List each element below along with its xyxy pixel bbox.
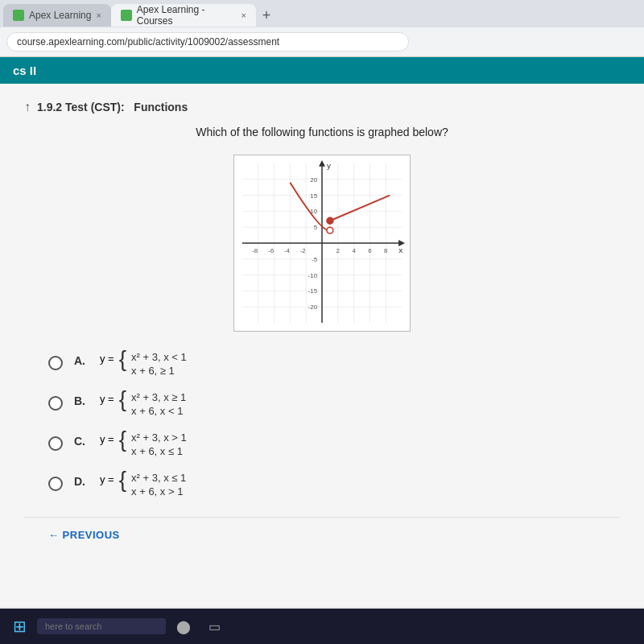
test-icon: ↑ (24, 100, 31, 114)
answer-label-a: A. (74, 354, 85, 367)
answer-label-b: B. (74, 394, 85, 407)
radio-b[interactable] (48, 396, 63, 411)
address-input[interactable]: course.apexlearning.com/public/activity/… (6, 32, 409, 52)
graph-svg: y x -8 -6 -4 -2 2 4 6 8 20 15 10 5 -5 -1… (234, 155, 410, 331)
tab-apex-learning-courses[interactable]: Apex Learning - Courses × (111, 4, 256, 27)
answer-choice-d[interactable]: D. y = { x² + 3, x ≤ 1 x + 6, x > 1 (48, 472, 596, 497)
tab-label-2: Apex Learning - Courses (137, 4, 237, 27)
page-header: cs II (0, 57, 644, 84)
svg-text:-5: -5 (312, 256, 318, 263)
answer-c-line2: x + 6, x ≤ 1 (131, 445, 187, 457)
svg-text:20: 20 (310, 176, 317, 184)
answer-math-d: y = { x² + 3, x ≤ 1 x + 6, x > 1 (100, 472, 186, 497)
page-header-label: cs II (13, 64, 36, 77)
answer-math-a: y = { x² + 3, x < 1 x + 6, ≥ 1 (100, 351, 187, 377)
svg-text:-4: -4 (284, 247, 291, 254)
browser-chrome: Apex Learning × Apex Learning - Courses … (0, 0, 644, 57)
answer-c-line1: x² + 3, x > 1 (131, 431, 187, 444)
svg-text:-6: -6 (268, 247, 275, 254)
tab-favicon-2 (121, 10, 132, 21)
answer-choice-a[interactable]: A. y = { x² + 3, x < 1 x + 6, ≥ 1 (48, 351, 596, 377)
answer-d-line1: x² + 3, x ≤ 1 (131, 472, 186, 484)
address-bar: course.apexlearning.com/public/activity/… (0, 27, 644, 56)
graph-container: y x -8 -6 -4 -2 2 4 6 8 20 15 10 5 -5 -1… (24, 155, 620, 332)
windows-start-icon[interactable]: ⊞ (6, 613, 32, 639)
task-view-icon[interactable]: ▭ (201, 613, 227, 639)
svg-point-42 (327, 227, 333, 233)
svg-text:-8: -8 (252, 247, 258, 254)
svg-text:-2: -2 (300, 247, 306, 254)
radio-d[interactable] (48, 477, 63, 491)
radio-c[interactable] (48, 436, 63, 451)
answer-choice-b[interactable]: B. y = { x² + 3, x ≥ 1 x + 6, x < 1 (48, 391, 596, 417)
svg-text:15: 15 (310, 192, 317, 200)
answers-section: A. y = { x² + 3, x < 1 x + 6, ≥ 1 B. y =… (24, 351, 620, 497)
svg-text:y: y (327, 161, 331, 170)
svg-text:-15: -15 (308, 287, 318, 295)
tab-close-2[interactable]: × (241, 10, 246, 20)
answer-math-c: y = { x² + 3, x > 1 x + 6, x ≤ 1 (100, 431, 187, 457)
cortana-icon[interactable]: ⬤ (171, 613, 196, 639)
answer-b-line2: x + 6, x < 1 (131, 405, 186, 417)
svg-text:-10: -10 (308, 272, 318, 279)
tab-apex-learning[interactable]: Apex Learning × (3, 4, 111, 27)
test-title: 1.9.2 Test (CST): Functions (37, 101, 188, 114)
svg-text:x: x (398, 246, 402, 254)
new-tab-button[interactable]: + (256, 7, 278, 24)
test-header: ↑ 1.9.2 Test (CST): Functions (24, 100, 620, 114)
answer-a-line1: x² + 3, x < 1 (131, 351, 187, 363)
taskbar: ⊞ ⬤ ▭ (0, 609, 644, 644)
svg-text:6: 6 (368, 247, 372, 254)
tab-bar: Apex Learning × Apex Learning - Courses … (0, 0, 644, 27)
taskbar-search-input[interactable] (37, 618, 166, 634)
answer-a-line2: x + 6, ≥ 1 (131, 365, 187, 377)
answer-label-d: D. (74, 475, 85, 488)
svg-text:4: 4 (352, 247, 356, 254)
svg-text:8: 8 (384, 247, 388, 254)
tab-favicon-1 (13, 10, 24, 21)
answer-label-c: C. (74, 435, 85, 448)
radio-a[interactable] (48, 356, 63, 370)
previous-button[interactable]: ← PREVIOUS (48, 529, 120, 541)
svg-text:2: 2 (336, 247, 340, 254)
svg-text:5: 5 (314, 224, 318, 231)
answer-math-b: y = { x² + 3, x ≥ 1 x + 6, x < 1 (100, 391, 186, 417)
nav-section: ← PREVIOUS (24, 517, 620, 541)
answer-d-line2: x + 6, x > 1 (131, 485, 186, 497)
graph-box: y x -8 -6 -4 -2 2 4 6 8 20 15 10 5 -5 -1… (233, 155, 411, 332)
question-text: Which of the following functions is grap… (24, 126, 620, 138)
answer-choice-c[interactable]: C. y = { x² + 3, x > 1 x + 6, x ≤ 1 (48, 431, 596, 457)
svg-point-43 (327, 217, 333, 224)
tab-label-1: Apex Learning (29, 10, 91, 21)
tab-close-1[interactable]: × (96, 10, 101, 20)
svg-text:-20: -20 (308, 303, 318, 311)
main-content: ↑ 1.9.2 Test (CST): Functions Which of t… (0, 84, 644, 607)
answer-b-line1: x² + 3, x ≥ 1 (131, 391, 186, 403)
